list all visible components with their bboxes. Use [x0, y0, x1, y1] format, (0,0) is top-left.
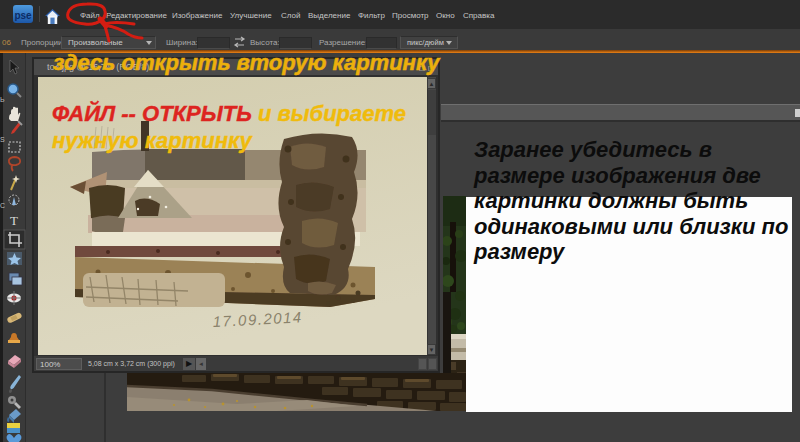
- svg-text:pse: pse: [14, 10, 32, 21]
- svg-text:T: T: [10, 213, 18, 228]
